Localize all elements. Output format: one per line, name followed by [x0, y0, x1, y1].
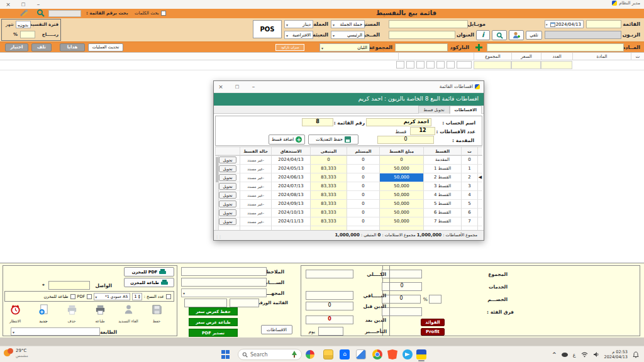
telegram-icon[interactable]	[402, 349, 413, 359]
received-cell[interactable]: 0	[347, 173, 379, 182]
resize-grip[interactable]: ⋮⋮	[215, 234, 221, 239]
info-button[interactable]: i	[476, 30, 490, 40]
quantity-cell-input[interactable]	[541, 61, 572, 69]
tray-device-icon[interactable]	[562, 353, 568, 357]
remaining-input[interactable]	[306, 291, 353, 300]
transfer-button[interactable]: تحويل	[219, 192, 237, 199]
debt-before-input[interactable]: 0	[306, 302, 353, 310]
warehouse-select[interactable]: الرئيسي	[331, 31, 365, 39]
transfer-button[interactable]: تحويل	[219, 183, 237, 190]
currency-select[interactable]: دينار	[284, 20, 313, 28]
extra-cell-input[interactable]	[457, 61, 472, 69]
window-minimize-icon[interactable]: –	[34, 1, 43, 8]
transfer-button[interactable]: تحويل	[219, 218, 237, 225]
period-select[interactable]: بدون	[16, 21, 31, 28]
extra-cell-input[interactable]	[406, 61, 414, 69]
wifi-icon[interactable]	[581, 352, 588, 358]
update-operations-button[interactable]: تحديث العمليات	[88, 43, 123, 52]
gifts-button[interactable]: هدايا	[60, 43, 85, 52]
previous-input[interactable]	[181, 278, 267, 287]
profit-input[interactable]	[20, 31, 35, 38]
barcode-input[interactable]	[395, 43, 448, 52]
extra-cell-input[interactable]	[447, 61, 455, 69]
amount-cell[interactable]: 50,000	[379, 182, 423, 191]
brave-icon[interactable]	[387, 349, 397, 359]
tab-transfer-installment[interactable]: تحويل قسط	[418, 106, 449, 114]
received-cell[interactable]: 0	[347, 191, 379, 200]
search-number-input[interactable]	[48, 10, 81, 17]
extra-cell-input[interactable]	[426, 61, 435, 69]
action-printer-button[interactable]: طباعة	[89, 304, 111, 323]
clock[interactable]: 02:53 م 2024/04/13	[604, 349, 628, 359]
installments-button[interactable]: الاقساطات	[261, 325, 292, 334]
notes-input[interactable]	[181, 267, 267, 276]
pos-button[interactable]: POS	[253, 20, 282, 38]
transfer-button[interactable]: تحويل	[219, 165, 237, 172]
add-material-icon[interactable]	[475, 43, 483, 52]
received-cell[interactable]: 0	[347, 182, 379, 191]
damage-button[interactable]: تلف	[31, 43, 52, 52]
window-restore-icon[interactable]: □	[19, 1, 28, 8]
copies-stepper[interactable]: ▲▼1	[132, 293, 142, 300]
pdf-warehouse-button[interactable]: PDF للمخزن	[124, 267, 174, 277]
search-words-checkbox[interactable]	[161, 11, 166, 16]
transfer-button[interactable]: تحويل	[219, 156, 237, 163]
extra-cell-input[interactable]	[416, 61, 425, 69]
amount-cell[interactable]: 50,000	[379, 209, 423, 217]
language-indicator[interactable]: ع	[573, 352, 576, 358]
weather-widget[interactable]: 29°C مشمس	[4, 348, 28, 358]
material-input[interactable]	[487, 43, 624, 52]
amount-cell[interactable]: 0	[379, 156, 423, 165]
profit-button[interactable]: Profit	[421, 328, 445, 336]
chrome-icon[interactable]	[372, 349, 382, 359]
tools-icon[interactable]	[20, 9, 29, 17]
scale-barcode-button[interactable]: ميزان باركود	[275, 44, 304, 51]
debt-after-input[interactable]: 0	[306, 315, 353, 324]
layout-select[interactable]: A5 عمودي 1*	[94, 293, 130, 300]
save-quote-button[interactable]: حفظ كعرض سعر	[189, 307, 238, 315]
file-explorer-icon[interactable]	[323, 349, 333, 359]
add-installment-button[interactable]: + اضافة قسط	[269, 134, 305, 145]
date-dropdown-icon[interactable]: ▾	[546, 23, 548, 26]
transfer-button[interactable]: تحويل	[219, 200, 237, 207]
received-cell[interactable]: 0	[347, 200, 379, 209]
snip-tool-icon[interactable]	[356, 349, 366, 359]
packaging-select[interactable]: الافتراضية	[284, 31, 313, 39]
total-cell-input[interactable]	[474, 61, 511, 69]
delay-input[interactable]	[318, 327, 343, 336]
amount-cell[interactable]: 50,000	[379, 217, 423, 226]
list-date-input[interactable]: 2024/04/13 ▾	[545, 20, 584, 28]
amount-cell[interactable]: 50,000	[379, 200, 423, 209]
pdf-checkbox[interactable]	[87, 294, 92, 299]
mobile-input[interactable]	[389, 20, 468, 28]
choose-button[interactable]: اختيار	[5, 43, 28, 52]
dialog-close-icon[interactable]: ×	[216, 83, 225, 90]
action-floppy-button[interactable]: حفظ	[145, 304, 168, 323]
printer-select[interactable]	[11, 327, 100, 336]
print-warehouse-button[interactable]: طباعة للمخزن	[124, 278, 174, 287]
action-cancelpay-button[interactable]: الغاء التسديد	[117, 304, 140, 323]
customer-search-button[interactable]	[492, 30, 507, 40]
group-select[interactable]: اللبان	[319, 43, 370, 52]
price-cell-input[interactable]	[511, 61, 541, 69]
paint-app-icon[interactable]	[306, 350, 314, 359]
dialog-maximize-icon[interactable]: □	[233, 83, 242, 90]
action-wait-button[interactable]: الانتظار	[4, 304, 26, 323]
level-select[interactable]: جملة الجملة	[331, 20, 365, 28]
print-warehouse-checkbox[interactable]	[70, 294, 75, 299]
list-number-input[interactable]	[586, 20, 621, 28]
extra-cell-input[interactable]	[396, 61, 404, 69]
store-icon[interactable]: ⌂	[340, 349, 350, 359]
window-close-icon[interactable]: ×	[4, 1, 13, 8]
search-icon[interactable]	[36, 9, 45, 17]
copies-checkbox[interactable]	[166, 294, 171, 299]
received-cell[interactable]: 0	[347, 156, 379, 165]
received-amount-input[interactable]	[48, 281, 90, 290]
action-delete-button[interactable]: حذف	[60, 304, 83, 323]
amount-cell[interactable]: 50,000	[379, 173, 423, 182]
extra-cell-input[interactable]	[436, 61, 445, 69]
tray-expand-icon[interactable]: ^	[552, 352, 557, 358]
print-quote-button[interactable]: طباعة عرض سعر	[189, 318, 238, 326]
transfer-button[interactable]: تحويل	[219, 209, 237, 216]
transfer-button[interactable]: تحويل	[219, 174, 237, 181]
